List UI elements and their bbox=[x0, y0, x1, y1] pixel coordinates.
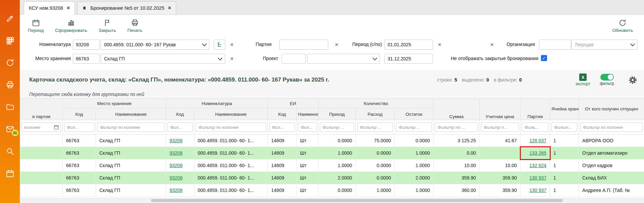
column-filter-input[interactable] bbox=[481, 122, 519, 132]
col-header-storage-name[interactable]: Наименование bbox=[96, 108, 166, 120]
export-button[interactable]: X экспорт bbox=[576, 73, 590, 86]
calendar-icon[interactable] bbox=[54, 124, 59, 130]
column-filter-input[interactable] bbox=[167, 122, 193, 132]
period-clear-icon[interactable]: × bbox=[436, 41, 443, 48]
horizontal-scrollbar[interactable] bbox=[20, 198, 644, 203]
col-header-unit-code[interactable]: Код bbox=[268, 108, 297, 120]
column-filter-input[interactable] bbox=[320, 122, 354, 132]
batch-link[interactable]: 130 937 bbox=[529, 188, 546, 193]
cell: 130 937 bbox=[521, 184, 550, 197]
column-filter-input[interactable] bbox=[97, 122, 164, 132]
table-row[interactable]: 66763 Склад ГП 93208 000.4859. 011.000- … bbox=[20, 172, 644, 184]
calendar-icon[interactable] bbox=[6, 169, 14, 178]
project-code-input[interactable] bbox=[282, 54, 306, 64]
edit-icon[interactable] bbox=[6, 14, 14, 23]
col-header-party[interactable]: Партия bbox=[521, 99, 550, 120]
column-filter-input[interactable] bbox=[64, 122, 94, 132]
storage-select[interactable]: Склад ГП bbox=[101, 54, 225, 64]
nomenclature-code-link[interactable]: 93208 bbox=[169, 188, 183, 193]
nomenclature-code-link[interactable]: 93208 bbox=[169, 150, 183, 156]
project-select[interactable] bbox=[307, 54, 380, 64]
col-header-sum[interactable]: Сумма bbox=[434, 99, 480, 120]
period-button[interactable]: Период bbox=[28, 19, 44, 33]
column-filter-input[interactable] bbox=[196, 122, 266, 132]
period-to-input[interactable] bbox=[385, 54, 433, 64]
nomenclature-code-link[interactable]: 93208 bbox=[169, 163, 183, 168]
tab-booking[interactable]: Бронирование №5 от 10.02.2025 × bbox=[77, 1, 176, 15]
table-row[interactable]: 66763 Склад ГП 93208 000.4859. 011.000- … bbox=[20, 135, 644, 147]
table-row[interactable]: 66763 Склад ГП 93208 000.4859. 011.000- … bbox=[20, 159, 644, 172]
search-icon[interactable] bbox=[6, 147, 14, 156]
column-filter-input[interactable] bbox=[269, 122, 295, 132]
tab-ksu[interactable]: КСУ ном.93208 × bbox=[24, 1, 75, 15]
cell: Склад ГП bbox=[96, 147, 166, 159]
column-filter-input[interactable] bbox=[396, 122, 432, 132]
group-header-quantity[interactable]: Количество bbox=[318, 99, 434, 108]
cell: 000.4859. 011.000- 60- 1... bbox=[194, 172, 268, 184]
group-header-storage[interactable]: Место хранения bbox=[63, 99, 166, 108]
tree-view-button[interactable] bbox=[214, 40, 225, 50]
col-header-unit-name[interactable]: Наименос bbox=[297, 108, 318, 120]
column-filter-input[interactable] bbox=[551, 122, 577, 132]
chevron-down-icon bbox=[373, 56, 377, 60]
nomenclature-select[interactable]: 000.4859. 011.000- 60- 167 Рукав bbox=[101, 40, 209, 50]
group-by-hint[interactable]: Перетащите сюда колонку для группировки … bbox=[20, 89, 644, 98]
tab-booking-close-icon[interactable]: × bbox=[168, 5, 171, 11]
tab-ksu-close-icon[interactable]: × bbox=[67, 5, 70, 11]
party-clear-icon[interactable]: × bbox=[333, 41, 340, 48]
column-filter-input[interactable] bbox=[23, 124, 52, 130]
col-header-price[interactable]: Учетная цена bbox=[480, 99, 521, 120]
nomenclature-code-link[interactable]: 93208 bbox=[169, 175, 183, 181]
nomenclature-code-link[interactable]: 93208 bbox=[169, 138, 183, 143]
col-header-storage-code[interactable]: Код bbox=[63, 108, 96, 120]
batch-link[interactable]: 130 937 bbox=[529, 175, 546, 181]
modules-grid-icon[interactable] bbox=[6, 36, 14, 45]
col-header-nom-code[interactable]: Код bbox=[166, 108, 194, 120]
organization-clear-icon[interactable]: × bbox=[488, 41, 496, 48]
column-filter-input[interactable] bbox=[435, 122, 478, 132]
nomenclature-code-input[interactable] bbox=[73, 40, 100, 50]
cell: 000.4859. 011.000- 60- 1... bbox=[194, 135, 268, 147]
close-button[interactable]: Закрыть bbox=[99, 19, 116, 33]
generate-button[interactable]: Сформировать bbox=[55, 19, 87, 33]
col-header-closed-party[interactable]: я партия bbox=[20, 99, 63, 120]
cell: 0.00 bbox=[434, 147, 480, 159]
organization-code-input[interactable] bbox=[539, 40, 571, 50]
column-filter-input[interactable] bbox=[298, 122, 317, 132]
col-header-expense[interactable]: Расход bbox=[356, 108, 395, 120]
period-from-input[interactable] bbox=[385, 40, 433, 50]
column-filter-input[interactable] bbox=[522, 122, 548, 132]
table-row[interactable]: 66763 Склад ГП 93208 000.4859. 011.000- … bbox=[20, 147, 644, 159]
col-header-from[interactable]: От кого получен отпущен bbox=[579, 99, 644, 120]
batch-link[interactable]: 133 265 bbox=[529, 150, 546, 156]
party-input[interactable] bbox=[279, 40, 328, 50]
col-header-income[interactable]: Приход bbox=[318, 108, 356, 120]
column-filter-input[interactable] bbox=[580, 122, 643, 132]
hide-closed-checkbox[interactable] bbox=[541, 55, 547, 61]
storage-code-input[interactable] bbox=[73, 54, 100, 64]
refresh-button[interactable]: Обновить bbox=[612, 19, 633, 33]
cell: 1.0000 bbox=[356, 184, 395, 197]
cell: Андреев А.П. (Таб. № bbox=[579, 184, 644, 197]
folder-icon[interactable] bbox=[6, 103, 14, 111]
table-row[interactable]: 66763 Склад ГП 93208 000.4859. 011.000- … bbox=[20, 184, 644, 197]
mail-icon[interactable]: 31 bbox=[6, 125, 14, 134]
filter-toggle[interactable]: фильтр bbox=[600, 74, 614, 86]
storage-clear-icon[interactable]: × bbox=[228, 55, 236, 62]
settings-gear-icon[interactable] bbox=[628, 75, 637, 85]
col-header-balance[interactable]: Остаток bbox=[395, 108, 434, 120]
batch-link[interactable]: 128 037 bbox=[529, 138, 546, 143]
batch-link[interactable]: 132 624 bbox=[529, 163, 546, 168]
filtered-count-label: в фильтре: bbox=[494, 77, 517, 83]
organization-select[interactable]: Текущая bbox=[571, 40, 638, 50]
col-header-cell[interactable]: Ячейка хранения bbox=[550, 99, 579, 120]
scrollbar-thumb[interactable] bbox=[151, 199, 563, 202]
column-filter-input[interactable] bbox=[357, 122, 393, 132]
nomenclature-clear-icon[interactable]: × bbox=[228, 41, 236, 48]
group-header-unit[interactable]: ЕИ bbox=[268, 99, 318, 108]
print-button[interactable]: Печать bbox=[128, 19, 142, 33]
sync-icon[interactable] bbox=[6, 58, 14, 67]
group-header-nomenclature[interactable]: Номенклатура bbox=[166, 99, 268, 108]
printer-icon[interactable] bbox=[6, 81, 14, 89]
col-header-nom-name[interactable]: Наименование bbox=[194, 108, 268, 120]
